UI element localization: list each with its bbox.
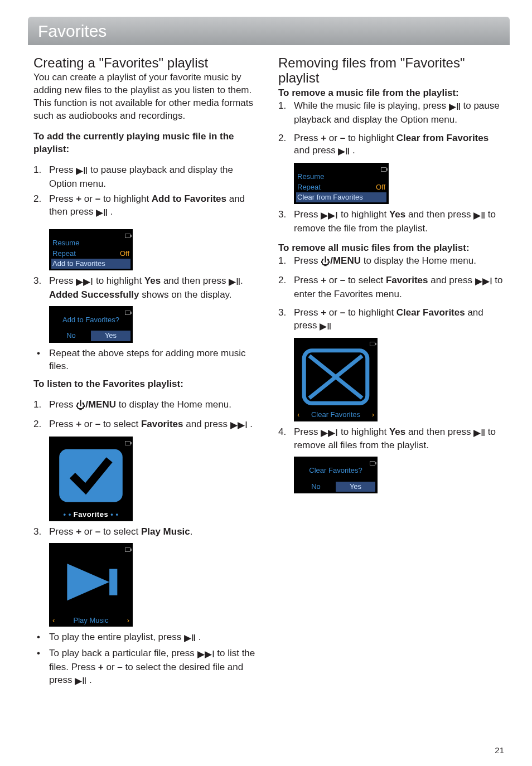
- play-music-icon: [51, 552, 130, 616]
- step-text: Press ⏻/MENU to display the Home menu.: [49, 399, 259, 413]
- play-pause-icon: ▶Ⅱ: [75, 675, 86, 688]
- right-arrow-icon: ›: [127, 616, 129, 625]
- step-number: 3.: [33, 275, 43, 302]
- remove-all-heading: To remove all music files from the playl…: [278, 242, 504, 255]
- step-number: 3.: [278, 307, 288, 333]
- battery-icon: [381, 167, 386, 172]
- step-number: 4.: [278, 426, 288, 453]
- play-pause-icon: ▶Ⅱ: [449, 101, 461, 114]
- left-arrow-icon: ‹: [297, 410, 299, 419]
- menu-value: Off: [120, 249, 129, 258]
- power-icon: ⏻: [76, 400, 85, 413]
- bullet-text: Repeat the above steps for adding more m…: [49, 347, 259, 373]
- menu-item-highlighted: Add to Favorites: [52, 259, 105, 268]
- bullet-dot: •: [33, 647, 43, 688]
- removeall-step-4: 4. Press ▶▶Ⅰ to highlight Yes and then p…: [278, 426, 504, 453]
- remove-step-1: 1. While the music file is playing, pres…: [278, 100, 504, 127]
- confirm-no: No: [296, 482, 336, 492]
- confirm-question: Clear Favorites?: [296, 466, 375, 476]
- device-screen-play-music: ‹ Play Music ›: [49, 543, 133, 627]
- confirm-yes: Yes: [91, 331, 130, 341]
- step-text: Press ▶▶Ⅰ to highlight Yes and then pres…: [294, 426, 504, 453]
- bullet-text: To play back a particular file, press ▶▶…: [49, 647, 259, 688]
- right-column: Removing files from "Favorites" playlist…: [278, 55, 504, 690]
- play-music-label: Play Music: [74, 616, 109, 625]
- favorites-label: • • Favorites • •: [51, 510, 130, 520]
- step-number: 2.: [278, 132, 288, 159]
- bullet-dot: •: [33, 631, 43, 645]
- play-particular-bullet: • To play back a particular file, press …: [33, 647, 259, 688]
- step-number: 2.: [278, 274, 288, 301]
- svg-rect-0: [59, 449, 123, 502]
- menu-item: Repeat: [52, 249, 76, 258]
- play-pause-icon: ▶Ⅱ: [96, 207, 108, 220]
- play-pause-icon: ▶Ⅱ: [473, 210, 485, 222]
- step-number: 2.: [33, 193, 43, 220]
- clear-favorites-icon: [296, 347, 375, 411]
- bullet-dot: •: [33, 347, 43, 373]
- play-pause-icon: ▶Ⅱ: [76, 165, 88, 178]
- menu-item: Repeat: [297, 183, 321, 192]
- step-number: 1.: [278, 255, 288, 269]
- device-screen-option-menu: Resume RepeatOff Add to Favorites: [49, 229, 133, 270]
- play-pause-icon: ▶Ⅱ: [338, 146, 350, 158]
- step-text: Press ▶▶Ⅰ to highlight Yes and then pres…: [294, 209, 504, 235]
- next-icon: ▶▶Ⅰ: [475, 275, 492, 288]
- device-screen-favorites-home: • • Favorites • •: [49, 437, 133, 521]
- step-text: Press + or – to highlight Clear Favorite…: [294, 307, 504, 333]
- device-screen-clear-option: Resume RepeatOff Clear from Favorites: [294, 163, 389, 204]
- step-text: Press ▶▶Ⅰ to highlight Yes and then pres…: [49, 275, 259, 302]
- page-number: 21: [495, 745, 504, 756]
- creating-favorites-heading: Creating a "Favorites" playlist: [33, 55, 259, 71]
- clear-favorites-label: Clear Favorites: [311, 410, 360, 419]
- add-current-heading: To add the currently playing music file …: [33, 130, 259, 156]
- next-icon: ▶▶Ⅰ: [321, 427, 338, 440]
- page-header-banner: Favorites: [28, 17, 510, 45]
- next-icon: ▶▶Ⅰ: [321, 210, 338, 222]
- battery-icon: [125, 547, 130, 552]
- remove-one-heading: To remove a music file from the playlist…: [278, 87, 504, 100]
- play-pause-icon: ▶Ⅱ: [184, 632, 196, 645]
- battery-icon: [370, 342, 375, 346]
- power-icon: ⏻: [321, 256, 330, 269]
- device-screen-confirm-add: Add to Favorites? No Yes: [49, 306, 133, 343]
- menu-item: Resume: [297, 172, 324, 181]
- device-screen-clear-favorites: ‹ Clear Favorites ›: [294, 338, 378, 421]
- play-pause-icon: ▶Ⅱ: [473, 427, 485, 440]
- menu-item: Resume: [52, 239, 79, 248]
- device-screen-confirm-clear: Clear Favorites? No Yes: [294, 457, 378, 493]
- add-step-1: 1. Press ▶Ⅱ to pause playback and displa…: [33, 164, 259, 191]
- two-column-layout: Creating a "Favorites" playlist You can …: [33, 55, 504, 690]
- step-number: 1.: [33, 164, 43, 191]
- listen-step-2: 2. Press + or – to select Favorites and …: [33, 418, 259, 432]
- creating-intro-text: You can create a playlist of your favori…: [33, 71, 259, 123]
- step-text: Press + or – to highlight Clear from Fav…: [294, 132, 504, 159]
- listen-heading: To listen to the Favorites playlist:: [33, 378, 259, 391]
- play-entire-bullet: • To play the entire playlist, press ▶Ⅱ …: [33, 631, 259, 645]
- step-text: Press + or – to highlight Add to Favorit…: [49, 193, 259, 220]
- menu-value: Off: [376, 183, 385, 192]
- remove-step-3: 3. Press ▶▶Ⅰ to highlight Yes and then p…: [278, 209, 504, 235]
- step-text: Press + or – to select Favorites and pre…: [49, 418, 259, 432]
- right-arrow-icon: ›: [372, 410, 374, 419]
- play-pause-icon: ▶Ⅱ: [320, 321, 331, 333]
- battery-icon: [125, 234, 130, 238]
- step-text: While the music file is playing, press ▶…: [294, 100, 504, 127]
- step-number: 1.: [33, 399, 43, 413]
- repeat-bullet: • Repeat the above steps for adding more…: [33, 347, 259, 373]
- next-icon: ▶▶Ⅰ: [76, 276, 93, 289]
- removeall-step-3: 3. Press + or – to highlight Clear Favor…: [278, 307, 504, 333]
- confirm-no: No: [51, 331, 91, 341]
- step-text: Press + or – to select Favorites and pre…: [294, 274, 504, 301]
- listen-step-3: 3. Press + or – to select Play Music.: [33, 526, 259, 539]
- left-column: Creating a "Favorites" playlist You can …: [33, 55, 259, 690]
- bullet-text: To play the entire playlist, press ▶Ⅱ .: [49, 631, 259, 645]
- add-step-2: 2. Press + or – to highlight Add to Favo…: [33, 193, 259, 220]
- battery-icon: [370, 461, 375, 466]
- removing-files-heading: Removing files from "Favorites" playlist: [278, 55, 504, 86]
- removeall-step-2: 2. Press + or – to select Favorites and …: [278, 274, 504, 301]
- next-icon: ▶▶Ⅰ: [230, 419, 248, 432]
- favorites-checkmark-icon: [51, 445, 130, 510]
- listen-step-1: 1. Press ⏻/MENU to display the Home menu…: [33, 399, 259, 413]
- next-icon: ▶▶Ⅰ: [197, 648, 215, 661]
